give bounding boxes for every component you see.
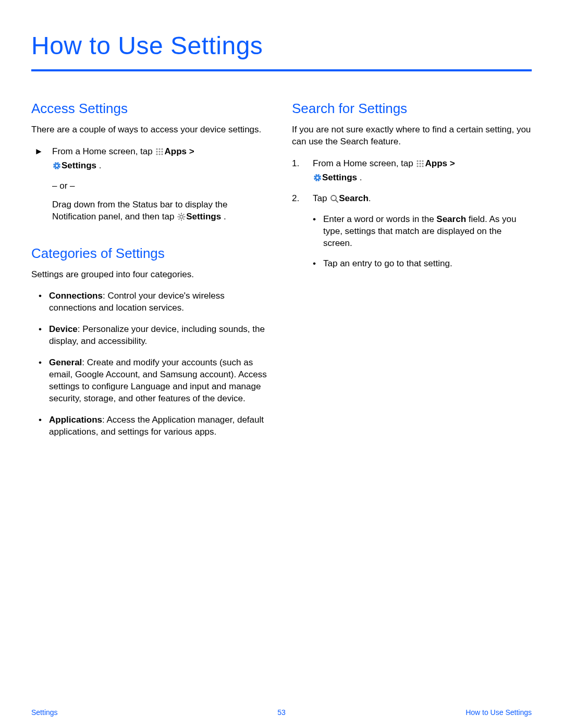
search-icon [330, 194, 338, 206]
list-item: General: Create and modify your accounts… [39, 357, 271, 405]
settings-gear-grey-icon [177, 212, 186, 225]
search-sub-list: Enter a word or words in the Search fiel… [292, 214, 532, 270]
left-column: Access Settings There are a couple of wa… [31, 96, 271, 447]
apps-grid-icon [155, 147, 164, 159]
step-number: 2. [292, 192, 299, 205]
cat-name: Device [49, 324, 78, 334]
footer-left: Settings [31, 708, 58, 717]
search-step-2: 2. Tap Search. [292, 192, 532, 206]
search-field-label: Search [436, 214, 466, 224]
search-intro: If you are not sure exactly where to fin… [292, 124, 532, 148]
search-step-1: 1. From a Home screen, tap Apps > Settin… [292, 157, 532, 186]
cat-desc: : Create and modify your accounts (such … [49, 357, 267, 403]
cat-desc: : Personalize your device, including sou… [49, 324, 265, 346]
settings-label: Settings [322, 172, 357, 182]
period: . [96, 161, 101, 170]
categories-list: Connections: Control your device's wirel… [31, 290, 271, 438]
period: . [369, 193, 371, 203]
or-divider: – or – [52, 181, 271, 191]
alt-settings-label: Settings [186, 212, 221, 221]
apps-grid-icon [416, 159, 424, 171]
list-item: Enter a word or words in the Search fiel… [313, 214, 532, 250]
search-label: Search [339, 193, 369, 203]
step-text: Tap [313, 193, 329, 203]
cat-name: Connections [49, 291, 103, 301]
right-column: Search for Settings If you are not sure … [292, 96, 532, 447]
list-item: Applications: Access the Application man… [39, 414, 271, 438]
apps-label: Apps > [425, 158, 455, 168]
step-number: 1. [292, 157, 299, 170]
heading-search-settings: Search for Settings [292, 101, 532, 117]
footer-right: How to Use Settings [466, 708, 532, 717]
access-alt-step: Drag down from the Status bar to display… [31, 199, 271, 225]
settings-gear-icon [313, 173, 322, 186]
access-step: ► From a Home screen, tap Apps > Setting… [31, 145, 271, 174]
apps-label: Apps > [164, 146, 194, 156]
heading-categories: Categories of Settings [31, 245, 271, 262]
categories-intro: Settings are grouped into four categorie… [31, 269, 271, 281]
content-columns: Access Settings There are a couple of wa… [31, 96, 532, 447]
period: . [221, 212, 226, 221]
period: . [357, 172, 362, 182]
heading-access-settings: Access Settings [31, 101, 271, 117]
triangle-marker-icon: ► [34, 145, 43, 158]
list-item: Device: Personalize your device, includi… [39, 324, 271, 348]
cat-name: Applications [49, 415, 102, 425]
page-footer: Settings 53 How to Use Settings [31, 708, 532, 717]
step-text: From a Home screen, tap [313, 158, 415, 168]
settings-gear-icon [53, 161, 61, 174]
step-text: From a Home screen, tap [52, 146, 155, 156]
access-intro: There are a couple of ways to access you… [31, 124, 271, 136]
footer-page-number: 53 [277, 708, 286, 717]
sub-text: Enter a word or words in the [323, 214, 436, 224]
list-item: Connections: Control your device's wirel… [39, 290, 271, 314]
page-title: How to Use Settings [31, 31, 532, 71]
settings-label: Settings [62, 161, 96, 170]
cat-name: General [49, 357, 82, 367]
list-item: Tap an entry to go to that setting. [313, 258, 532, 270]
